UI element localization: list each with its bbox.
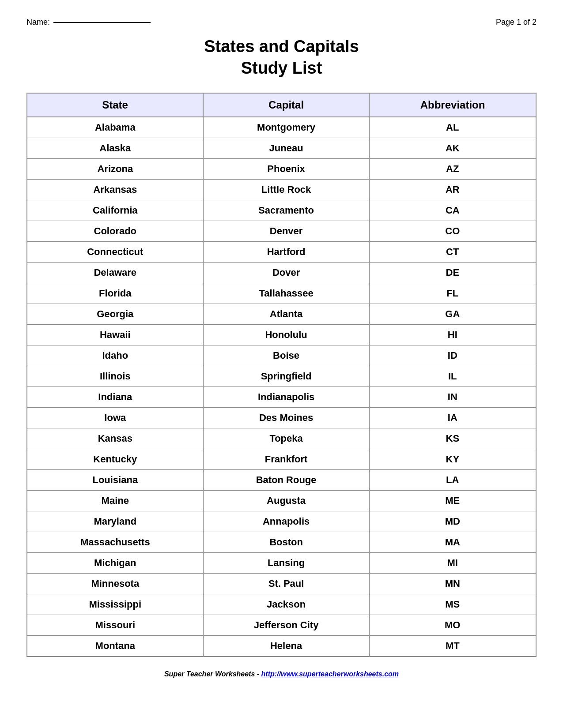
- cell-22-1: St. Paul: [203, 573, 369, 594]
- cell-3-2: AR: [369, 179, 536, 200]
- cell-14-2: IA: [369, 407, 536, 428]
- cell-13-0: Indiana: [27, 387, 203, 407]
- table-row: AlabamaMontgomeryAL: [27, 117, 536, 138]
- cell-2-1: Phoenix: [203, 158, 369, 179]
- cell-13-1: Indianapolis: [203, 387, 369, 407]
- cell-19-1: Annapolis: [203, 511, 369, 532]
- title-line2: Study List: [241, 59, 322, 77]
- col-header-state: State: [27, 93, 203, 117]
- table-row: IllinoisSpringfieldIL: [27, 366, 536, 387]
- states-capitals-table: State Capital Abbreviation AlabamaMontgo…: [26, 93, 537, 657]
- cell-5-0: Colorado: [27, 221, 203, 241]
- table-row: LouisianaBaton RougeLA: [27, 469, 536, 490]
- cell-6-1: Hartford: [203, 241, 369, 262]
- table-row: MontanaHelenaMT: [27, 635, 536, 657]
- cell-4-0: California: [27, 200, 203, 221]
- cell-19-2: MD: [369, 511, 536, 532]
- cell-11-0: Idaho: [27, 345, 203, 366]
- cell-18-0: Maine: [27, 490, 203, 511]
- cell-9-1: Atlanta: [203, 304, 369, 324]
- cell-0-0: Alabama: [27, 117, 203, 138]
- cell-7-0: Delaware: [27, 262, 203, 283]
- table-row: AlaskaJuneauAK: [27, 138, 536, 158]
- cell-8-0: Florida: [27, 283, 203, 304]
- page-number: Page 1 of 2: [496, 18, 537, 27]
- table-row: MinnesotaSt. PaulMN: [27, 573, 536, 594]
- table-row: ArkansasLittle RockAR: [27, 179, 536, 200]
- footer: Super Teacher Worksheets - http://www.su…: [26, 670, 537, 678]
- table-row: FloridaTallahasseeFL: [27, 283, 536, 304]
- table-row: MarylandAnnapolisMD: [27, 511, 536, 532]
- cell-7-1: Dover: [203, 262, 369, 283]
- table-row: KentuckyFrankfortKY: [27, 449, 536, 469]
- cell-22-2: MN: [369, 573, 536, 594]
- table-row: DelawareDoverDE: [27, 262, 536, 283]
- table-row: MissouriJefferson CityMO: [27, 615, 536, 635]
- col-header-capital: Capital: [203, 93, 369, 117]
- cell-18-1: Augusta: [203, 490, 369, 511]
- cell-15-0: Kansas: [27, 428, 203, 449]
- cell-19-0: Maryland: [27, 511, 203, 532]
- page-header: Name: Page 1 of 2: [26, 18, 537, 27]
- table-row: MichiganLansingMI: [27, 552, 536, 573]
- table-header-row: State Capital Abbreviation: [27, 93, 536, 117]
- cell-0-2: AL: [369, 117, 536, 138]
- cell-10-1: Honolulu: [203, 324, 369, 345]
- cell-17-0: Louisiana: [27, 469, 203, 490]
- cell-16-2: KY: [369, 449, 536, 469]
- cell-25-1: Helena: [203, 635, 369, 657]
- cell-25-2: MT: [369, 635, 536, 657]
- footer-text: Super Teacher Worksheets -: [164, 670, 261, 678]
- cell-17-1: Baton Rouge: [203, 469, 369, 490]
- cell-4-1: Sacramento: [203, 200, 369, 221]
- cell-6-2: CT: [369, 241, 536, 262]
- cell-0-1: Montgomery: [203, 117, 369, 138]
- cell-4-2: CA: [369, 200, 536, 221]
- cell-14-0: Iowa: [27, 407, 203, 428]
- cell-2-0: Arizona: [27, 158, 203, 179]
- table-row: MaineAugustaME: [27, 490, 536, 511]
- cell-9-2: GA: [369, 304, 536, 324]
- table-row: ConnecticutHartfordCT: [27, 241, 536, 262]
- table-row: ColoradoDenverCO: [27, 221, 536, 241]
- cell-1-2: AK: [369, 138, 536, 158]
- col-header-abbreviation: Abbreviation: [369, 93, 536, 117]
- cell-11-1: Boise: [203, 345, 369, 366]
- cell-15-1: Topeka: [203, 428, 369, 449]
- cell-17-2: LA: [369, 469, 536, 490]
- cell-5-1: Denver: [203, 221, 369, 241]
- table-row: IndianaIndianapolisIN: [27, 387, 536, 407]
- cell-13-2: IN: [369, 387, 536, 407]
- cell-23-0: Mississippi: [27, 594, 203, 615]
- cell-21-2: MI: [369, 552, 536, 573]
- cell-9-0: Georgia: [27, 304, 203, 324]
- table-row: CaliforniaSacramentoCA: [27, 200, 536, 221]
- cell-2-2: AZ: [369, 158, 536, 179]
- cell-20-1: Boston: [203, 532, 369, 552]
- table-row: IowaDes MoinesIA: [27, 407, 536, 428]
- cell-8-1: Tallahassee: [203, 283, 369, 304]
- cell-12-2: IL: [369, 366, 536, 387]
- cell-12-1: Springfield: [203, 366, 369, 387]
- cell-24-0: Missouri: [27, 615, 203, 635]
- cell-24-2: MO: [369, 615, 536, 635]
- cell-15-2: KS: [369, 428, 536, 449]
- cell-23-1: Jackson: [203, 594, 369, 615]
- name-underline-field: [53, 22, 151, 23]
- cell-24-1: Jefferson City: [203, 615, 369, 635]
- cell-20-0: Massachusetts: [27, 532, 203, 552]
- cell-3-0: Arkansas: [27, 179, 203, 200]
- cell-25-0: Montana: [27, 635, 203, 657]
- cell-18-2: ME: [369, 490, 536, 511]
- cell-1-1: Juneau: [203, 138, 369, 158]
- table-row: MississippiJacksonMS: [27, 594, 536, 615]
- footer-link[interactable]: http://www.superteacherworksheets.com: [261, 670, 399, 678]
- cell-5-2: CO: [369, 221, 536, 241]
- page-title: States and Capitals Study List: [26, 36, 537, 79]
- cell-21-0: Michigan: [27, 552, 203, 573]
- table-row: HawaiiHonoluluHI: [27, 324, 536, 345]
- cell-16-0: Kentucky: [27, 449, 203, 469]
- cell-3-1: Little Rock: [203, 179, 369, 200]
- cell-6-0: Connecticut: [27, 241, 203, 262]
- cell-1-0: Alaska: [27, 138, 203, 158]
